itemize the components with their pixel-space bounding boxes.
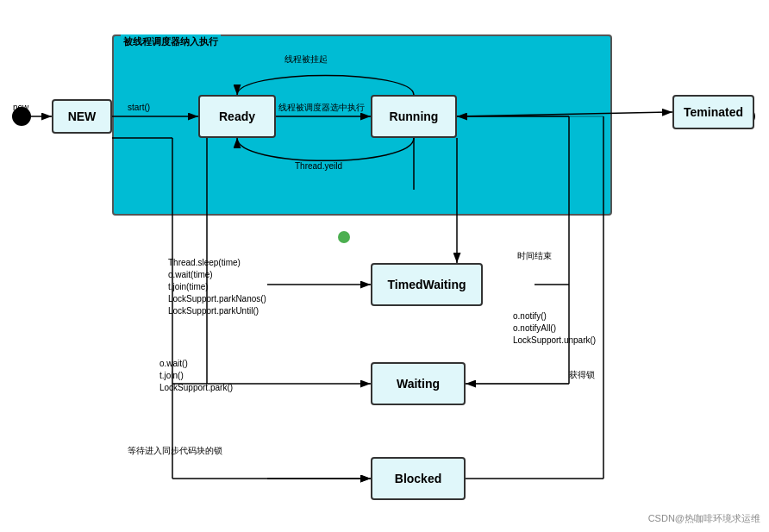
waiting-state: Waiting xyxy=(371,362,466,405)
ready-state: Ready xyxy=(198,95,276,138)
time-end-label: 时间结束 xyxy=(517,250,552,262)
notify-label: o.notify() o.notifyAll() LockSupport.unp… xyxy=(513,310,596,347)
green-indicator xyxy=(338,231,350,243)
new-label: new xyxy=(13,102,28,114)
thread-suspended-label: 线程被挂起 xyxy=(284,53,328,66)
get-lock-label: 获得锁 xyxy=(569,369,595,381)
new-state: NEW xyxy=(52,99,112,134)
timed-entry-label: Thread.sleep(time) o.wait(time) t.join(t… xyxy=(168,257,266,317)
diagram-canvas: 被线程调度器纳入执行 NEW Ready Running Teminated T… xyxy=(0,0,769,532)
scheduler-box: 被线程调度器纳入执行 xyxy=(112,34,612,216)
scheduler-label: 被线程调度器纳入执行 xyxy=(121,34,221,49)
scheduler-selected-label: 线程被调度器选中执行 xyxy=(278,102,365,114)
blocked-state: Blocked xyxy=(371,457,466,500)
blocked-entry-label: 等待进入同步代码块的锁 xyxy=(128,445,222,457)
thread-yield-label: Thread.yeild xyxy=(295,160,342,172)
start-label: start() xyxy=(128,102,150,114)
wait-entry-label: o.wait() t.join() LockSupport.park() xyxy=(159,358,233,394)
terminated-state: Teminated xyxy=(672,95,754,129)
running-state: Running xyxy=(371,95,457,138)
timedwaiting-state: TimedWaiting xyxy=(371,263,483,306)
watermark: CSDN@热咖啡环境求运维 xyxy=(648,512,760,525)
